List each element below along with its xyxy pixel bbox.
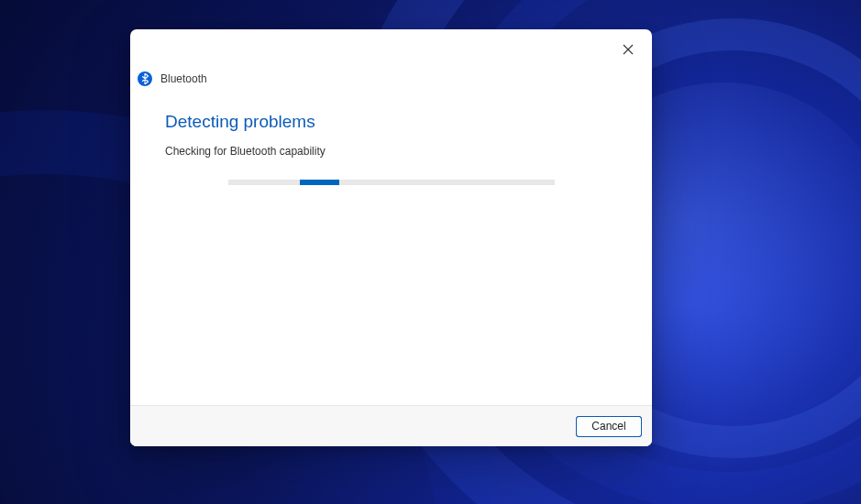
cancel-button[interactable]: Cancel <box>576 416 642 437</box>
title-bar <box>130 29 652 64</box>
page-heading: Detecting problems <box>165 112 617 132</box>
bluetooth-icon <box>138 71 152 86</box>
dialog-footer: Cancel <box>130 405 652 446</box>
progress-chunk <box>300 180 339 185</box>
progress-bar <box>228 180 555 185</box>
troubleshooter-dialog: Bluetooth Detecting problems Checking fo… <box>130 29 652 446</box>
dialog-content: Detecting problems Checking for Bluetoot… <box>130 86 652 405</box>
status-text: Checking for Bluetooth capability <box>165 145 617 158</box>
close-button[interactable] <box>621 42 635 57</box>
dialog-header: Bluetooth <box>130 71 652 86</box>
desktop-background: Bluetooth Detecting problems Checking fo… <box>0 0 861 504</box>
close-icon <box>623 44 634 55</box>
dialog-title: Bluetooth <box>160 72 207 85</box>
